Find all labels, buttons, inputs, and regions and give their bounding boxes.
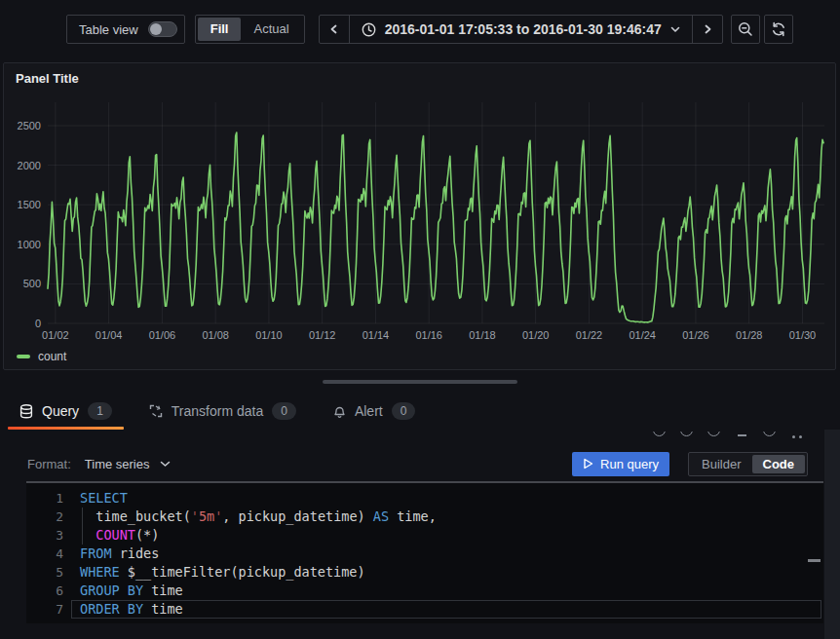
panel-resize-handle[interactable] [323, 380, 517, 384]
line-number: 5 [26, 563, 80, 582]
format-select[interactable]: Time series [85, 457, 171, 471]
code-line[interactable]: 6GROUP BY time [26, 582, 823, 600]
editor-toolbar: Table view Fill Actual 2016-01-01 17:05:… [0, 0, 840, 58]
y-axis-tick-label: 1000 [18, 239, 41, 250]
run-query-label: Run query [600, 457, 659, 471]
legend-label: count [38, 350, 66, 363]
sql-token [120, 600, 128, 619]
sql-token: time, [389, 507, 437, 526]
y-axis-tick-label: 2500 [18, 120, 41, 132]
tab-alert-label: Alert [355, 403, 383, 419]
legend-swatch [17, 355, 30, 358]
code-line[interactable]: 2 time_bucket('5m', pickup_datetime) AS … [26, 507, 823, 526]
query-action-icon[interactable] [680, 432, 693, 436]
x-axis-tick-label: 01/06 [149, 329, 176, 341]
chevron-left-icon [329, 24, 339, 34]
code-line[interactable]: 1SELECT [26, 489, 823, 507]
x-axis-tick-label: 01/12 [309, 329, 336, 341]
database-icon [19, 404, 33, 419]
table-view-label: Table view [79, 22, 138, 37]
table-view-toggle[interactable] [148, 21, 177, 37]
bell-icon [333, 404, 346, 419]
actual-option[interactable]: Actual [241, 18, 301, 41]
x-axis-tick-label: 01/18 [469, 329, 496, 341]
fill-option[interactable]: Fill [198, 18, 242, 41]
time-series-chart[interactable]: 0500100015002000250001/0201/0401/0601/08… [4, 63, 837, 371]
query-action-icon[interactable] [707, 432, 720, 436]
toggle-knob [150, 23, 162, 35]
x-axis-tick-label: 01/04 [95, 329, 123, 341]
tab-query[interactable]: Query 1 [8, 393, 124, 430]
code-option[interactable]: Code [752, 455, 806, 473]
editor-tabbar: Query 1 Transform data 0 Alert 0 [0, 393, 840, 430]
table-view-toggle-group: Table view [66, 15, 185, 44]
time-range-picker[interactable]: 2016-01-01 17:05:33 to 2016-01-30 19:46:… [349, 16, 693, 43]
sql-token [120, 582, 128, 600]
x-axis-tick-label: 01/30 [789, 329, 817, 341]
time-series-panel: Panel Title 0500100015002000250001/0201/… [3, 62, 836, 370]
builder-option[interactable]: Builder [691, 455, 751, 473]
sql-token: time [143, 600, 183, 619]
x-axis-tick-label: 01/28 [736, 329, 763, 341]
y-axis-tick-label: 2000 [18, 160, 41, 171]
query-action-icon[interactable] [653, 432, 666, 436]
y-axis-tick-label: 0 [35, 318, 41, 329]
time-picker-group: 2016-01-01 17:05:33 to 2016-01-30 19:46:… [319, 15, 723, 44]
alert-count-badge: 0 [392, 402, 416, 420]
sql-token [80, 526, 95, 545]
run-query-button[interactable]: Run query [572, 452, 669, 476]
y-axis-tick-label: 500 [23, 278, 41, 289]
sql-code-editor[interactable]: 1SELECT2 time_bucket('5m', pickup_dateti… [26, 483, 823, 623]
query-action-icon[interactable] [763, 432, 776, 436]
time-shift-forward-button[interactable] [693, 16, 722, 43]
play-icon [583, 458, 593, 470]
options-pane-edge [824, 430, 840, 639]
sql-token: ORDER [80, 600, 120, 619]
x-axis-tick-label: 01/02 [42, 329, 69, 341]
legend-item-count[interactable]: count [17, 350, 66, 363]
sql-token: BY [128, 600, 143, 619]
x-axis-tick-label: 01/10 [255, 329, 283, 341]
tab-alert[interactable]: Alert 0 [322, 393, 427, 430]
sql-token: BY [128, 582, 143, 600]
code-line[interactable]: 7ORDER BY time [26, 600, 823, 619]
tab-query-label: Query [42, 403, 79, 419]
sql-token: WHERE [80, 563, 120, 582]
query-action-icon[interactable] [738, 434, 746, 436]
sql-token: time [143, 582, 183, 600]
more-options-icon[interactable] [792, 435, 802, 438]
sql-token: SELECT [80, 489, 128, 507]
sql-token: $__timeFilter(pickup_datetime) [120, 563, 365, 582]
x-axis-tick-label: 01/08 [202, 329, 229, 341]
builder-code-toggle: Builder Code [688, 452, 808, 476]
format-label: Format: [27, 457, 71, 471]
sql-token: AS [373, 507, 389, 526]
query-count-badge: 1 [88, 402, 112, 420]
code-line[interactable]: 3 COUNT(*) [26, 526, 823, 545]
caret-down-icon [670, 26, 680, 33]
refresh-button[interactable] [764, 15, 793, 44]
line-number: 2 [26, 507, 80, 526]
sql-token: ' [191, 507, 199, 526]
line-number: 6 [26, 582, 80, 600]
transform-icon [149, 404, 163, 418]
tab-transform-data[interactable]: Transform data 0 [137, 393, 308, 430]
line-number: 1 [26, 489, 80, 507]
x-axis-tick-label: 01/20 [522, 329, 550, 341]
tab-transform-label: Transform data [172, 403, 263, 419]
chevron-down-icon [160, 461, 171, 468]
time-shift-back-button[interactable] [320, 16, 349, 43]
line-number: 4 [26, 545, 80, 563]
code-line[interactable]: 5WHERE $__timeFilter(pickup_datetime) [26, 563, 823, 582]
code-line[interactable]: 4FROM rides [26, 545, 823, 563]
sql-token: GROUP [80, 582, 120, 600]
x-axis-tick-label: 01/22 [576, 329, 603, 341]
refresh-icon [771, 21, 786, 37]
sql-token: rides [112, 545, 160, 563]
sql-token: ' [214, 507, 222, 526]
line-number: 7 [26, 600, 80, 619]
y-axis-tick-label: 1500 [18, 199, 41, 210]
zoom-out-button[interactable] [731, 15, 760, 44]
time-range-label: 2016-01-01 17:05:33 to 2016-01-30 19:46:… [385, 21, 662, 37]
format-value: Time series [85, 457, 150, 471]
